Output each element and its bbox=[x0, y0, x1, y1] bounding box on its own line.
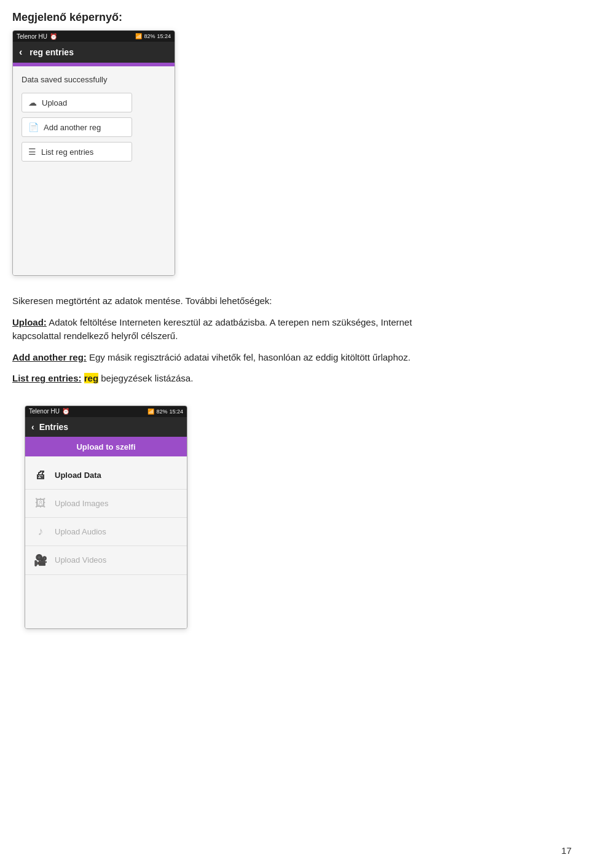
add-another-label-bold: Add another reg: bbox=[12, 352, 87, 362]
signal-icon-2: 📶 bbox=[148, 409, 154, 415]
list-reg-entries-label: List reg entries bbox=[41, 147, 93, 157]
add-reg-icon: 📄 bbox=[28, 122, 39, 132]
upload-audios-item[interactable]: ♪ Upload Audios bbox=[25, 518, 187, 546]
list-reg-entries-button[interactable]: ☰ List reg entries bbox=[22, 142, 132, 162]
status-bar-left: Telenor HU ⏰ bbox=[17, 33, 57, 40]
upload-to-szelfi-bar[interactable]: Upload to szelfi bbox=[25, 437, 187, 456]
upload-desc-body: Adatok feltöltése Interneten keresztül a… bbox=[12, 317, 412, 342]
reg-highlight: reg bbox=[84, 373, 98, 383]
phone-mockup-2: Telenor HU ⏰ 📶 82% 15:24 ‹ Entries Uploa… bbox=[25, 405, 187, 629]
status-bar-right-2: 📶 82% 15:24 bbox=[148, 409, 183, 415]
add-another-desc-body: Egy másik regisztráció adatai vihetők fe… bbox=[89, 352, 411, 362]
alarm-icon: ⏰ bbox=[50, 33, 57, 40]
second-mockup-wrap: Telenor HU ⏰ 📶 82% 15:24 ‹ Entries Uploa… bbox=[0, 405, 590, 641]
carrier-text-2: Telenor HU bbox=[29, 408, 60, 415]
list-desc-text: List reg entries: reg bejegyzések listáz… bbox=[12, 372, 418, 386]
upload-to-szelfi-label: Upload to szelfi bbox=[76, 442, 135, 452]
nav-bar-1: ‹ reg entries bbox=[13, 42, 175, 63]
upload-audios-label: Upload Audios bbox=[55, 527, 106, 536]
nav-title-2: Entries bbox=[39, 422, 68, 432]
upload-label: Upload bbox=[42, 98, 67, 108]
upload-data-item[interactable]: 🖨 Upload Data bbox=[25, 461, 187, 490]
status-bar-1: Telenor HU ⏰ 📶 82% 15:24 bbox=[13, 31, 175, 42]
add-another-desc-text: Add another reg: Egy másik regisztráció … bbox=[12, 351, 418, 365]
nav-title-1: reg entries bbox=[30, 47, 74, 57]
list-desc-body: bejegyzések listázása. bbox=[101, 373, 193, 383]
add-another-reg-label: Add another reg bbox=[44, 123, 101, 132]
upload-data-icon: 🖨 bbox=[34, 469, 47, 482]
upload-videos-label: Upload Videos bbox=[55, 555, 106, 565]
back-arrow-icon[interactable]: ‹ bbox=[19, 47, 22, 58]
time-text-2: 15:24 bbox=[169, 409, 183, 415]
list-icon: ☰ bbox=[28, 147, 36, 157]
add-another-reg-button[interactable]: 📄 Add another reg bbox=[22, 117, 132, 137]
upload-videos-icon: 🎥 bbox=[34, 553, 47, 567]
time-text: 15:24 bbox=[157, 33, 171, 39]
description-section: Sikeresen megtörtént az adatok mentése. … bbox=[0, 276, 430, 405]
upload-videos-item[interactable]: 🎥 Upload Videos bbox=[25, 546, 187, 575]
upload-audios-icon: ♪ bbox=[34, 525, 47, 538]
upload-images-label: Upload Images bbox=[55, 499, 108, 508]
upload-icon: ☁ bbox=[28, 98, 37, 108]
battery-text-2: 82% bbox=[156, 409, 167, 415]
page-label: Megjelenő képernyő: bbox=[0, 0, 590, 30]
list-label-bold: List reg entries: bbox=[12, 373, 82, 383]
upload-button[interactable]: ☁ Upload bbox=[22, 93, 132, 112]
page-number: 17 bbox=[561, 845, 572, 856]
carrier-text: Telenor HU bbox=[17, 33, 47, 40]
upload-images-item[interactable]: 🖼 Upload Images bbox=[25, 490, 187, 518]
success-message: Data saved successfully bbox=[22, 75, 166, 84]
phone-mockup-1: Telenor HU ⏰ 📶 82% 15:24 ‹ reg entries D… bbox=[12, 30, 175, 276]
upload-label-bold: Upload: bbox=[12, 317, 47, 327]
upload-images-icon: 🖼 bbox=[34, 497, 47, 510]
battery-text: 82% bbox=[144, 33, 155, 39]
intro-text: Sikeresen megtörtént az adatok mentése. … bbox=[12, 294, 418, 308]
status-bar-left-2: Telenor HU ⏰ bbox=[29, 408, 69, 415]
nav-bar-2: ‹ Entries bbox=[25, 417, 187, 437]
alarm-icon-2: ⏰ bbox=[62, 408, 69, 415]
screen-content-1: Data saved successfully ☁ Upload 📄 Add a… bbox=[13, 66, 175, 275]
back-arrow-icon-2[interactable]: ‹ bbox=[31, 422, 34, 432]
button-list-1: ☁ Upload 📄 Add another reg ☰ List reg en… bbox=[22, 93, 166, 162]
upload-list: 🖨 Upload Data 🖼 Upload Images ♪ Upload A… bbox=[25, 456, 187, 628]
status-bar-right: 📶 82% 15:24 bbox=[135, 33, 171, 39]
upload-data-label: Upload Data bbox=[55, 471, 101, 480]
status-bar-2: Telenor HU ⏰ 📶 82% 15:24 bbox=[25, 406, 187, 417]
upload-desc-text: Upload: Adatok feltöltése Interneten ker… bbox=[12, 316, 418, 343]
signal-icon: 📶 bbox=[135, 33, 142, 39]
